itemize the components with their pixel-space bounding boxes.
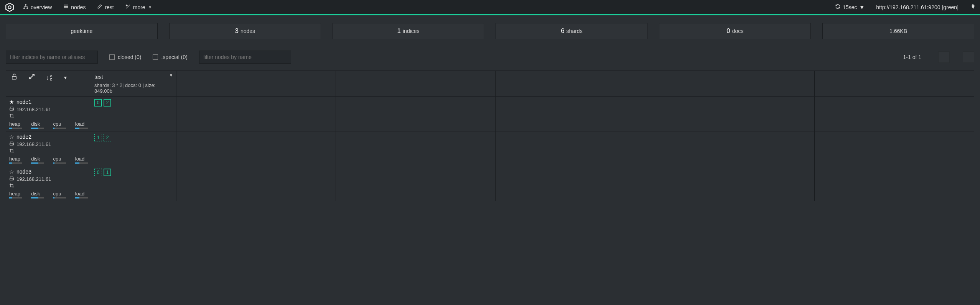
svg-point-13 [13, 109, 13, 110]
stat-docs-label: docs [732, 28, 744, 34]
filter-row: closed (0) .special (0) 1-1 of 1 [6, 51, 974, 64]
special-checkbox[interactable]: .special (0) [153, 54, 187, 60]
sitemap-icon [23, 4, 28, 10]
star-icon[interactable]: ☆ [9, 134, 14, 140]
filter-dropdown-icon[interactable]: ▼ [63, 75, 68, 80]
meter-cpu: cpu [53, 156, 66, 164]
filter-nodes-input[interactable] [199, 51, 291, 64]
svg-rect-7 [64, 7, 68, 8]
index-detail: shards: 3 * 2| docs: 0 | size: 849.00b [94, 82, 173, 94]
node-name[interactable]: node1 [16, 99, 31, 105]
stat-row: geektime 3 nodes 1 indices 6 shards 0 do… [6, 23, 974, 39]
node-host: 192.168.211.61 [16, 107, 51, 112]
svg-rect-3 [23, 8, 25, 9]
index-header: test shards: 3 * 2| docs: 0 | size: 849.… [91, 71, 176, 97]
hdd-icon [9, 141, 14, 147]
empty-cell [815, 166, 974, 201]
svg-rect-11 [12, 76, 16, 79]
cluster-grid: ↓ AZ ▼ test shards: 3 * 2| docs: 0 | siz… [6, 71, 974, 201]
pager-next-button[interactable] [963, 51, 974, 63]
hdd-icon [9, 176, 14, 182]
shard-box[interactable]: 0 [94, 169, 102, 176]
meter-cpu: cpu [53, 121, 66, 129]
shard-box[interactable]: 2 [104, 99, 111, 107]
cluster-name-value: geektime [71, 28, 93, 34]
crop-icon [9, 149, 14, 154]
app-logo[interactable] [4, 2, 15, 13]
node-host: 192.168.211.61 [16, 176, 51, 182]
nav-overview-label: overview [31, 4, 52, 10]
node-cell: ☆node2192.168.211.61heapdiskcpuload [6, 131, 91, 166]
refresh-label: 15sec [843, 4, 857, 10]
stat-indices[interactable]: 1 indices [333, 23, 484, 39]
nav-more[interactable]: more ▼ [125, 4, 152, 10]
empty-cell [336, 131, 496, 166]
node-name[interactable]: node2 [16, 134, 31, 140]
nav-rest[interactable]: rest [97, 4, 114, 10]
svg-rect-6 [64, 6, 68, 7]
node-name[interactable]: node3 [16, 169, 31, 175]
index-menu-icon[interactable]: ▼ [169, 73, 173, 77]
star-icon[interactable]: ★ [9, 99, 14, 105]
stat-docs[interactable]: 0 docs [659, 23, 811, 39]
empty-cell [496, 131, 655, 166]
plug-icon[interactable] [970, 3, 976, 11]
refresh-interval[interactable]: 15sec ▼ [835, 4, 865, 10]
shard-cell: 12 [91, 131, 176, 166]
empty-cell [176, 97, 336, 131]
stat-size[interactable]: 1.66KB [822, 23, 974, 39]
closed-checkbox[interactable]: closed (0) [109, 54, 141, 60]
empty-header [655, 71, 815, 97]
nav-nodes-label: nodes [71, 4, 86, 10]
shard-cell: 02 [91, 97, 176, 131]
meter-heap: heap [9, 191, 22, 198]
shard-box[interactable]: 1 [104, 169, 111, 176]
hdd-icon [9, 106, 14, 112]
nav-nodes[interactable]: nodes [63, 4, 86, 10]
svg-rect-4 [26, 8, 28, 9]
svg-marker-0 [6, 3, 13, 11]
unlock-icon[interactable] [11, 73, 18, 82]
nav-overview[interactable]: overview [23, 4, 52, 10]
stat-size-value: 1.66KB [889, 28, 907, 34]
stat-shards[interactable]: 6 shards [496, 23, 647, 39]
empty-cell [336, 166, 496, 201]
topbar: overview nodes rest more ▼ 15sec [0, 0, 980, 15]
empty-cell [815, 97, 974, 131]
star-icon[interactable]: ☆ [9, 169, 14, 175]
host-url[interactable]: http://192.168.211.61:9200 [green] [876, 4, 959, 10]
index-name[interactable]: test [94, 73, 173, 80]
svg-rect-9 [973, 4, 974, 5]
empty-cell [496, 97, 655, 131]
meter-heap: heap [9, 156, 22, 164]
svg-point-17 [13, 179, 13, 179]
node-cell: ☆node3192.168.211.61heapdiskcpuload [6, 166, 91, 201]
shard-cell: 01 [91, 166, 176, 201]
crop-icon [9, 184, 14, 189]
svg-point-1 [8, 6, 11, 9]
filter-indices-input[interactable] [6, 51, 98, 64]
svg-rect-10 [973, 8, 973, 9]
shard-box[interactable]: 0 [94, 99, 102, 107]
nav-rest-label: rest [105, 4, 114, 10]
table-row: ★node1192.168.211.61heapdiskcpuload02 [6, 97, 974, 131]
sort-az-icon[interactable]: ↓ AZ [46, 74, 53, 81]
checkbox-icon [109, 54, 115, 60]
stat-cluster-name[interactable]: geektime [6, 23, 158, 39]
nav-more-label: more [133, 4, 145, 10]
meter-heap: heap [9, 121, 22, 129]
shard-box[interactable]: 2 [104, 134, 111, 141]
pager-prev-button[interactable] [938, 51, 950, 63]
caret-down-icon: ▼ [148, 5, 152, 9]
empty-cell [176, 166, 336, 201]
stat-nodes-num: 3 [235, 27, 238, 35]
empty-cell [655, 166, 815, 201]
list-icon [63, 4, 69, 10]
expand-icon[interactable] [28, 73, 35, 82]
svg-rect-8 [972, 4, 972, 5]
checkbox-icon [153, 54, 158, 60]
stat-docs-num: 0 [726, 27, 730, 35]
shard-box[interactable]: 1 [94, 134, 102, 141]
topbar-right: 15sec ▼ http://192.168.211.61:9200 [gree… [835, 3, 976, 11]
stat-nodes[interactable]: 3 nodes [169, 23, 321, 39]
